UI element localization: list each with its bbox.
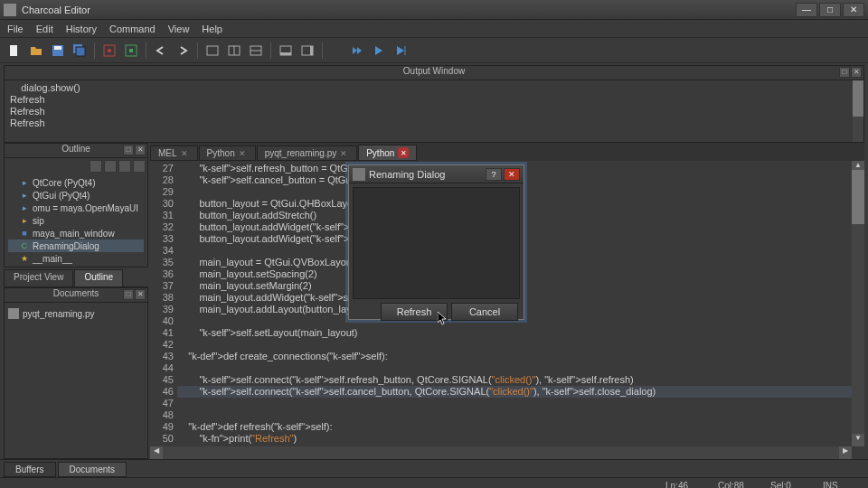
menu-help[interactable]: Help: [202, 23, 222, 34]
outline-label: maya_main_window: [33, 229, 115, 239]
output-title: Output Window: [403, 66, 465, 76]
status-bar: Ln:46 Col:88 Sel:0 INS: [0, 477, 868, 488]
outline-item[interactable]: ▸QtCore (PyQt4): [8, 176, 144, 189]
outline-tree: ▸QtCore (PyQt4)▸QtGui (PyQt4)▸omu = maya…: [5, 174, 147, 267]
tab-outline[interactable]: Outline: [74, 269, 123, 286]
layout-3-icon[interactable]: [247, 42, 265, 60]
menu-view[interactable]: View: [168, 23, 190, 34]
dialog-close-button[interactable]: ✕: [504, 168, 520, 181]
new-file-icon[interactable]: [5, 42, 24, 60]
tab-close-icon[interactable]: ✕: [181, 149, 190, 158]
scroll-down-icon[interactable]: ▼: [852, 434, 864, 446]
outline-item[interactable]: ▸QtGui (PyQt4): [8, 189, 144, 202]
scroll-left-icon[interactable]: ◀: [150, 446, 163, 459]
outline-tool-3-icon[interactable]: [118, 160, 131, 173]
star-icon: ★: [19, 254, 30, 263]
editor-tab[interactable]: pyqt_renaming.py✕: [257, 145, 358, 161]
document-item[interactable]: pyqt_renaming.py: [8, 306, 144, 321]
panel-1-icon[interactable]: [277, 42, 295, 60]
output-line: Refresh: [10, 117, 45, 128]
menu-history[interactable]: History: [66, 23, 97, 34]
editor-tabs: MEL✕Python✕pyqt_renaming.py✕Python✕: [150, 143, 864, 161]
svg-rect-4: [76, 47, 85, 56]
outline-item[interactable]: ▸omu = maya.OpenMayaUI: [8, 202, 144, 214]
output-panel-header: Output Window □ ✕: [5, 66, 863, 80]
svg-rect-15: [280, 52, 291, 55]
tab-project-view[interactable]: Project View: [4, 269, 73, 286]
menu-edit[interactable]: Edit: [36, 23, 53, 34]
renaming-dialog: Renaming Dialog ? ✕ Refresh Cancel: [348, 164, 524, 320]
documents-maximize-icon[interactable]: □: [123, 289, 134, 300]
panel-2-icon[interactable]: [298, 42, 316, 60]
outline-item[interactable]: CRenamingDialog: [8, 239, 144, 252]
output-scrollbar[interactable]: [853, 80, 863, 142]
close-button[interactable]: ✕: [843, 3, 864, 17]
maximize-button[interactable]: □: [819, 3, 841, 17]
layout-2-icon[interactable]: [225, 42, 243, 60]
svg-rect-17: [310, 46, 313, 55]
output-line: Refresh: [10, 106, 45, 117]
tab-close-icon[interactable]: ✕: [398, 147, 409, 158]
menu-file[interactable]: File: [7, 23, 24, 34]
tab-label: pyqt_renaming.py: [265, 148, 337, 158]
tab-label: Python: [207, 148, 235, 158]
file-icon: [8, 308, 19, 319]
layout-1-icon[interactable]: [203, 42, 222, 60]
outline-item[interactable]: ▸sip: [8, 214, 144, 227]
refresh-button[interactable]: Refresh: [381, 303, 448, 321]
status-line: Ln:46: [665, 481, 702, 488]
tab-close-icon[interactable]: ✕: [340, 149, 349, 158]
var-icon: ▸: [19, 216, 30, 225]
play-alt-icon[interactable]: [392, 42, 410, 60]
editor-tab[interactable]: Python✕: [199, 145, 256, 161]
outline-close-icon[interactable]: ✕: [135, 145, 146, 155]
play-icon[interactable]: [370, 42, 388, 60]
output-close-icon[interactable]: ✕: [851, 67, 862, 78]
outline-label: sip: [33, 216, 44, 226]
outline-item[interactable]: ■maya_main_window: [8, 227, 144, 239]
tool-1-icon[interactable]: [100, 42, 118, 60]
outline-tool-4-icon[interactable]: [133, 160, 146, 173]
app-icon: [4, 4, 16, 16]
outline-label: __main__: [33, 254, 72, 264]
editor-tab[interactable]: MEL✕: [150, 145, 198, 161]
save-icon[interactable]: [49, 42, 67, 60]
status-col: Col:88: [718, 481, 754, 488]
minimize-button[interactable]: —: [796, 3, 817, 17]
outline-maximize-icon[interactable]: □: [123, 145, 134, 155]
outline-label: QtGui (PyQt4): [33, 191, 90, 201]
outline-tool-2-icon[interactable]: [104, 160, 117, 173]
save-all-icon[interactable]: [71, 42, 89, 60]
editor-vertical-scrollbar[interactable]: ▲ ▼: [852, 161, 864, 446]
documents-header: Documents □ ✕: [5, 288, 147, 303]
scroll-right-icon[interactable]: ▶: [839, 446, 852, 459]
cancel-button[interactable]: Cancel: [451, 303, 518, 321]
tab-close-icon[interactable]: ✕: [239, 149, 248, 158]
open-folder-icon[interactable]: [27, 42, 45, 60]
output-line: dialog.show(): [10, 82, 80, 93]
menu-command[interactable]: Command: [109, 23, 156, 34]
tool-2-icon[interactable]: [122, 42, 140, 60]
status-mode: INS: [823, 481, 859, 488]
menu-bar: File Edit History Command View Help: [0, 20, 868, 38]
pkg-icon: ▸: [19, 191, 30, 200]
documents-close-icon[interactable]: ✕: [135, 289, 146, 300]
output-body[interactable]: dialog.show() Refresh Refresh Refresh: [5, 80, 863, 142]
outline-tool-1-icon[interactable]: [90, 160, 102, 173]
editor-tab[interactable]: Python✕: [358, 145, 417, 161]
tab-buffers[interactable]: Buffers: [4, 462, 56, 477]
editor-horizontal-scrollbar[interactable]: ◀ ▶: [150, 446, 852, 459]
fast-forward-icon[interactable]: [348, 42, 366, 60]
dialog-help-button[interactable]: ?: [486, 168, 502, 181]
tab-documents[interactable]: Documents: [58, 462, 127, 477]
undo-icon[interactable]: [152, 42, 170, 60]
dialog-title-bar[interactable]: Renaming Dialog ? ✕: [349, 165, 524, 183]
dialog-list-area[interactable]: [353, 187, 520, 299]
documents-panel: Documents □ ✕ pyqt_renaming.py: [4, 287, 148, 459]
svg-rect-9: [207, 46, 218, 55]
outline-item[interactable]: ★__main__: [8, 252, 144, 265]
pkg-icon: ▸: [19, 203, 30, 212]
output-maximize-icon[interactable]: □: [839, 67, 850, 78]
redo-icon[interactable]: [174, 42, 192, 60]
outline-label: QtCore (PyQt4): [33, 178, 95, 188]
